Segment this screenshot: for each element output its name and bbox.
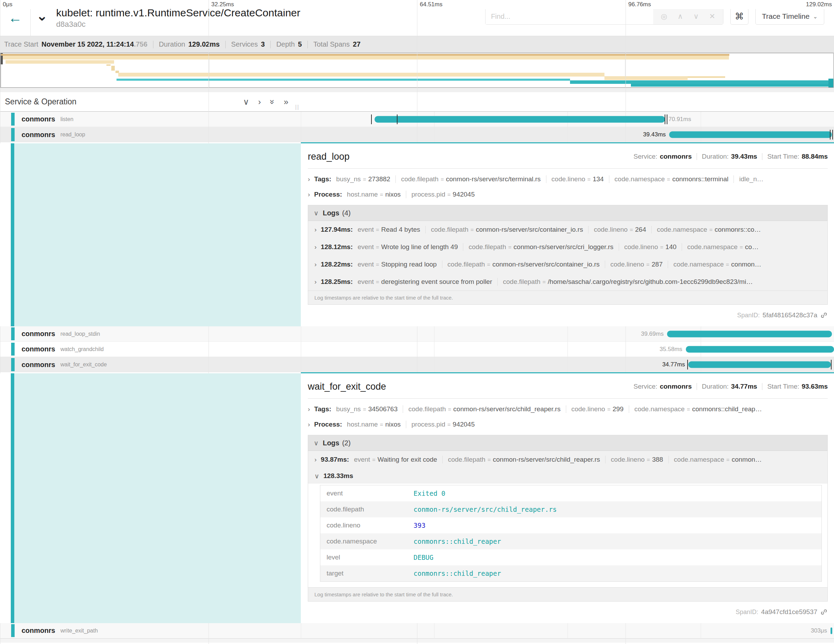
span-timeline-cell[interactable]: 34.77ms [301,357,834,372]
log-field-item[interactable]: code.filepath=conmon-rs/server/src/child… [448,456,600,463]
tag-item[interactable]: busy_ns=34506763 [336,405,398,413]
kv-divider [734,175,734,183]
tags-row[interactable]: › Tags: busy_ns=273882code.filepath=conm… [308,172,828,187]
log-field-row: code.filepathconmon-rs/server/src/child_… [320,502,821,517]
log-field-item[interactable]: code.namespace=co… [687,243,758,251]
span-row[interactable]: conmonrs wait_for_exit_code 34.77ms [0,357,834,372]
field-key: event [326,490,414,497]
span-duration-bar[interactable] [669,131,832,138]
span-row-label-cell[interactable]: conmonrs listen [0,112,301,127]
equals-sign: = [543,279,546,285]
log-entry-row[interactable]: ›128.22ms:event=Stopping read loopcode.f… [308,256,828,273]
log-field-item[interactable]: code.namespace=conmon… [673,261,761,268]
expand-icon: › [308,175,310,183]
log-field-item[interactable]: code.filepath=/home/sascha/.cargo/regist… [503,278,753,286]
log-field-item[interactable]: event=Read 4 bytes [357,226,420,233]
deep-link-icon[interactable] [820,311,828,319]
span-row[interactable]: conmonrs listen 70.91ms [0,112,834,127]
log-entry-row[interactable]: ›93.87ms:event=Waiting for exit codecode… [308,451,828,468]
span-row-label-cell[interactable]: conmonrs write_exit_path [0,623,301,638]
logs-header[interactable]: ∨ Logs (2) [308,435,828,451]
kv-key: host.name [347,191,378,198]
span-duration-bar[interactable] [375,116,665,123]
span-timeline-cell[interactable]: 303μs [301,623,834,638]
span-row-label-cell[interactable]: conmonrs wait_for_exit_code [0,357,301,372]
span-timeline-cell[interactable]: 35.58ms [301,341,834,357]
equals-sign: = [667,176,670,182]
log-fields-table: eventExited 0code.filepathconmon-rs/serv… [320,485,822,582]
log-timestamp: 128.22ms: [321,261,353,268]
tag-item[interactable]: code.namespace=conmonrs::child_reap… [634,405,762,413]
log-field-item[interactable]: code.lineno=287 [610,261,663,268]
field-key: code.lineno [326,521,414,529]
span-timeline-cell[interactable]: 39.69ms [301,326,834,341]
kv-key: code.filepath [503,278,540,285]
span-duration-bar[interactable] [688,361,831,368]
tag-item[interactable]: code.filepath=conmon-rs/server/src/child… [408,405,560,413]
kv-key: code.namespace [673,261,724,268]
tag-item[interactable]: code.filepath=conmon-rs/server/src/termi… [401,175,540,183]
log-field-item[interactable]: event=Wrote log line of length 49 [357,243,458,251]
span-row-label-cell[interactable]: conmonrs read_loop_stdin [0,326,301,341]
field-key: code.filepath [326,505,414,513]
span-timeline-cell[interactable]: 39.43ms [301,127,834,142]
tag-item[interactable]: code.namespace=conmonrs::terminal [614,175,729,183]
start-time-value: 93.63ms [802,383,828,390]
field-value: conmon-rs/server/src/child_reaper.rs [414,505,557,513]
kv-key: event [357,243,373,251]
span-row[interactable]: conmonrs watch_grandchild 35.58ms [0,341,834,357]
log-entry-row[interactable]: ›128.12ms:event=Wrote log line of length… [308,238,828,256]
process-item[interactable]: host.name=nixos [347,421,401,428]
kv-key: code.lineno [610,261,644,268]
span-color-bar [11,358,15,371]
span-timeline-cell[interactable]: 70.91ms [301,112,834,127]
process-item[interactable]: process.pid=942045 [411,191,475,198]
span-row[interactable]: conmonrs read_loop_stdin 39.69ms [0,326,834,341]
span-duration-label: 35.58ms [660,346,682,353]
span-row[interactable]: conmonrs read_loop 39.43ms [0,127,834,142]
kv-divider [629,405,629,413]
span-row-label-cell[interactable]: conmonrs watch_grandchild [0,341,301,357]
log-field-item[interactable]: code.filepath=conmon-rs/server/src/cri_l… [469,243,613,251]
tag-item[interactable]: busy_ns=273882 [336,175,391,183]
logs-header[interactable]: ∨ Logs (4) [308,205,828,221]
kv-key: event [354,456,370,463]
kv-key: code.namespace [657,226,707,233]
deep-link-icon[interactable] [820,608,828,616]
log-entry-row[interactable]: ›128.25ms:event=deregistering event sour… [308,273,828,291]
log-field-item[interactable]: code.filepath=conmon-rs/server/src/conta… [448,261,600,268]
tag-item[interactable]: idle_n… [739,175,763,183]
process-row[interactable]: › Process: host.name=nixosprocess.pid=94… [308,417,828,432]
tags-row[interactable]: › Tags: busy_ns=34506763code.filepath=co… [308,401,828,417]
process-row[interactable]: › Process: host.name=nixosprocess.pid=94… [308,187,828,202]
log-field-item[interactable]: code.lineno=388 [611,456,663,463]
log-field-item[interactable]: event=Waiting for exit code [354,456,437,463]
span-color-bar [11,128,15,141]
span-detail-panel: wait_for_exit_code Service:conmonrs Dura… [0,372,834,623]
expanded-log-header[interactable]: ∨128.33ms [308,468,828,484]
tag-item[interactable]: code.lineno=299 [571,405,624,413]
log-marker-tick [831,360,832,369]
log-entry-row[interactable]: ›127.94ms:event=Read 4 bytescode.filepat… [308,221,828,238]
kv-key: code.lineno [571,405,605,413]
span-duration-bar[interactable] [667,330,832,337]
log-field-item[interactable]: event=deregistering event source from po… [357,278,492,286]
span-duration-bar[interactable] [831,627,832,634]
span-duration-bar[interactable] [686,346,834,353]
log-field-row: levelDEBUG [320,549,821,565]
log-field-item[interactable]: code.namespace=conmon… [674,456,762,463]
log-field-item[interactable]: code.namespace=conmonrs::co… [657,226,761,233]
log-field-item[interactable]: code.filepath=conmon-rs/server/src/conta… [431,226,583,233]
operation-name: wait_for_exit_code [60,361,107,368]
span-row[interactable]: conmonrs write_exit_path 303μs [0,623,834,638]
log-field-item[interactable]: event=Stopping read loop [357,261,436,268]
process-item[interactable]: host.name=nixos [347,191,401,198]
span-row-label-cell[interactable]: conmonrs read_loop [0,127,301,142]
log-field-item[interactable]: code.lineno=140 [624,243,676,251]
kv-value: conmon-rs/server/src/terminal.rs [446,175,540,183]
field-key: level [326,553,414,561]
log-field-item[interactable]: code.lineno=264 [594,226,646,233]
tag-item[interactable]: code.lineno=134 [551,175,604,183]
service-label: Service: [634,383,658,390]
process-item[interactable]: process.pid=942045 [411,421,475,428]
